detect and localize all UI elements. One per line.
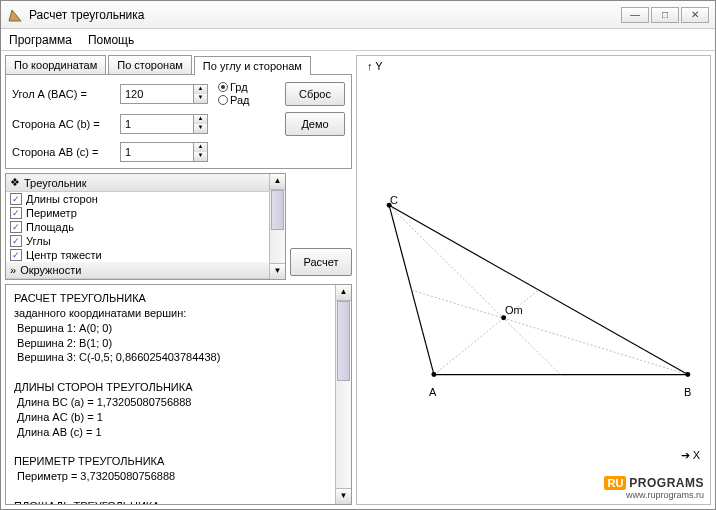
- check-icon: ✓: [10, 193, 22, 205]
- tab-sides[interactable]: По сторонам: [108, 55, 192, 74]
- scroll-down-icon[interactable]: ▼: [270, 263, 285, 279]
- svg-line-4: [434, 290, 539, 375]
- input-tabs: По координатам По сторонам По углу и сто…: [5, 55, 352, 75]
- x-axis-label: ➔ X: [681, 449, 700, 462]
- svg-point-10: [501, 315, 506, 320]
- opt-perimeter[interactable]: ✓Периметр: [6, 206, 269, 220]
- watermark: RUPROGRAMS www.ruprograms.ru: [604, 476, 704, 500]
- svg-point-7: [431, 372, 436, 377]
- angle-down[interactable]: ▼: [193, 94, 207, 103]
- angle-label: Угол A (BAC) =: [12, 88, 114, 100]
- check-icon: ✓: [10, 207, 22, 219]
- maximize-button[interactable]: □: [651, 7, 679, 23]
- opt-centroid[interactable]: ✓Центр тяжести: [6, 248, 269, 262]
- opt-angles[interactable]: ✓Углы: [6, 234, 269, 248]
- options-panel: ❖Треугольник ✓Длины сторон ✓Периметр ✓Пл…: [5, 173, 286, 280]
- svg-line-5: [411, 290, 688, 375]
- svg-point-8: [685, 372, 690, 377]
- menubar: Программа Помощь: [1, 29, 715, 51]
- svg-line-6: [389, 205, 560, 374]
- ab-input[interactable]: [121, 143, 193, 161]
- tab-body: Угол A (BAC) = ▲▼ Грд Рад Сброс Сторона …: [5, 75, 352, 169]
- app-icon: [7, 7, 23, 23]
- check-icon: ✓: [10, 235, 22, 247]
- ab-up[interactable]: ▲: [193, 143, 207, 152]
- radio-rad[interactable]: Рад: [218, 94, 250, 106]
- expand-icon: »: [10, 264, 16, 276]
- calculate-button[interactable]: Расчет: [290, 248, 352, 276]
- tab-angle-sides[interactable]: По углу и сторонам: [194, 56, 311, 75]
- vertex-a-label: A: [429, 386, 436, 398]
- output-panel: РАСЧЕТ ТРЕУГОЛЬНИКА заданного координата…: [5, 284, 352, 505]
- radio-deg[interactable]: Грд: [218, 81, 250, 93]
- ab-label: Сторона AB (c) =: [12, 146, 114, 158]
- tab-coords[interactable]: По координатам: [5, 55, 106, 74]
- expand-icon: ❖: [10, 176, 20, 189]
- triangle-diagram: [357, 56, 710, 504]
- scroll-up-icon[interactable]: ▲: [336, 285, 351, 301]
- ac-up[interactable]: ▲: [193, 115, 207, 124]
- angle-up[interactable]: ▲: [193, 85, 207, 94]
- angle-input[interactable]: [121, 85, 193, 103]
- opt-group-triangle[interactable]: ❖Треугольник: [6, 174, 269, 192]
- y-axis-label: ↑ Y: [367, 60, 383, 72]
- ac-label: Сторона AC (b) =: [12, 118, 114, 130]
- svg-line-3: [389, 205, 688, 374]
- check-icon: ✓: [10, 249, 22, 261]
- scroll-thumb[interactable]: [271, 190, 284, 230]
- scroll-up-icon[interactable]: ▲: [270, 174, 285, 190]
- scroll-thumb[interactable]: [337, 301, 350, 381]
- minimize-button[interactable]: —: [621, 7, 649, 23]
- demo-button[interactable]: Демо: [285, 112, 345, 136]
- ab-down[interactable]: ▼: [193, 152, 207, 161]
- titlebar: Расчет треугольника — □ ✕: [1, 1, 715, 29]
- output-text: РАСЧЕТ ТРЕУГОЛЬНИКА заданного координата…: [6, 285, 335, 504]
- check-icon: ✓: [10, 221, 22, 233]
- menu-program[interactable]: Программа: [9, 33, 72, 47]
- scroll-down-icon[interactable]: ▼: [336, 488, 351, 504]
- vertex-b-label: B: [684, 386, 691, 398]
- output-scrollbar[interactable]: ▲ ▼: [335, 285, 351, 504]
- ac-down[interactable]: ▼: [193, 124, 207, 133]
- vertex-c-label: C: [390, 194, 398, 206]
- opt-group-circles[interactable]: »Окружности: [6, 262, 269, 279]
- reset-button[interactable]: Сброс: [285, 82, 345, 106]
- menu-help[interactable]: Помощь: [88, 33, 134, 47]
- opt-area[interactable]: ✓Площадь: [6, 220, 269, 234]
- angle-input-wrap: ▲▼: [120, 84, 208, 104]
- svg-marker-0: [9, 10, 21, 21]
- options-scrollbar[interactable]: ▲ ▼: [269, 174, 285, 279]
- svg-line-2: [389, 205, 434, 374]
- window-title: Расчет треугольника: [29, 8, 145, 22]
- ac-input[interactable]: [121, 115, 193, 133]
- close-button[interactable]: ✕: [681, 7, 709, 23]
- canvas-panel: ↑ Y ➔ X A B C Om RUPROGRAMS www.ruprogra…: [356, 55, 711, 505]
- centroid-label: Om: [505, 304, 523, 316]
- opt-lengths[interactable]: ✓Длины сторон: [6, 192, 269, 206]
